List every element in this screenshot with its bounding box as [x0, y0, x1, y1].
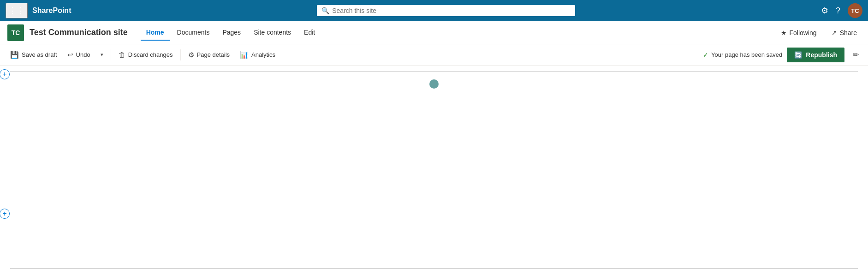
discard-button[interactable]: 🗑 Discard changes [114, 48, 178, 61]
republish-label: Republish [806, 51, 837, 59]
nav-home[interactable]: Home [141, 25, 170, 41]
content-area: + + [0, 66, 868, 269]
site-logo: TC [7, 24, 24, 41]
undo-dropdown-button[interactable]: ▾ [96, 49, 108, 60]
following-button[interactable]: ★ Following [777, 27, 820, 38]
nav-documents[interactable]: Documents [172, 25, 215, 41]
save-draft-label: Save as draft [22, 51, 57, 58]
undo-label: Undo [76, 51, 90, 58]
canvas-top-divider [10, 71, 858, 72]
top-bar: ⋮⋮ SharePoint 🔍 ⚙ ? TC [0, 0, 868, 21]
republish-icon: 🔄 [794, 51, 802, 59]
avatar[interactable]: TC [848, 3, 862, 18]
nav-edit[interactable]: Edit [298, 25, 321, 41]
page-details-label: Page details [197, 51, 230, 58]
share-label: Share [840, 29, 857, 36]
toolbar-right: ✓ Your page has been saved 🔄 Republish ✏ [703, 48, 862, 62]
discard-label: Discard changes [128, 51, 173, 58]
share-button[interactable]: ↗ Share [828, 27, 861, 38]
page-details-icon: ⚙ [188, 51, 194, 59]
analytics-icon: 📊 [240, 51, 249, 59]
discard-icon: 🗑 [119, 51, 125, 59]
undo-button[interactable]: ↩ Undo [63, 48, 95, 62]
site-name: Test Communication site [30, 28, 128, 37]
edit-pencil-button[interactable]: ✏ [849, 48, 862, 61]
page-details-button[interactable]: ⚙ Page details [184, 48, 235, 62]
saved-message: Your page has been saved [711, 51, 782, 58]
analytics-label: Analytics [251, 51, 275, 58]
edit-toolbar: 💾 Save as draft ↩ Undo ▾ 🗑 Discard chang… [0, 44, 868, 66]
toolbar-separator-2 [180, 49, 181, 60]
check-icon: ✓ [703, 51, 708, 59]
toolbar-separator-1 [111, 49, 111, 60]
search-box: 🔍 [317, 5, 575, 16]
undo-icon: ↩ [67, 51, 73, 59]
republish-button[interactable]: 🔄 Republish [787, 48, 844, 62]
content-canvas [10, 66, 858, 269]
analytics-button[interactable]: 📊 Analytics [235, 48, 280, 62]
nav-site-contents[interactable]: Site contents [248, 25, 297, 41]
settings-button[interactable]: ⚙ [821, 6, 828, 16]
add-section-bottom-button[interactable]: + [0, 209, 10, 219]
cursor-indicator [429, 79, 439, 89]
nav-links: Home Documents Pages Site contents Edit [141, 25, 777, 41]
canvas-bottom-divider [10, 268, 858, 269]
nav-right: ★ Following ↗ Share [777, 27, 861, 38]
search-area: 🔍 [76, 5, 816, 16]
nav-pages[interactable]: Pages [217, 25, 246, 41]
search-input[interactable] [332, 7, 571, 14]
star-icon: ★ [781, 29, 787, 36]
save-icon: 💾 [10, 51, 19, 59]
app-title: SharePoint [32, 6, 71, 15]
add-section-top-button[interactable]: + [0, 69, 10, 79]
nav-bar: TC Test Communication site Home Document… [0, 21, 868, 44]
top-bar-actions: ⚙ ? TC [821, 3, 862, 18]
following-label: Following [790, 29, 817, 36]
waffle-menu-button[interactable]: ⋮⋮ [6, 3, 28, 18]
save-draft-button[interactable]: 💾 Save as draft [6, 48, 62, 62]
share-icon: ↗ [832, 29, 837, 36]
saved-status: ✓ Your page has been saved [703, 51, 782, 59]
search-icon: 🔍 [321, 7, 329, 14]
chevron-down-icon: ▾ [101, 52, 103, 58]
help-button[interactable]: ? [836, 6, 840, 16]
add-section-column: + + [0, 66, 9, 269]
